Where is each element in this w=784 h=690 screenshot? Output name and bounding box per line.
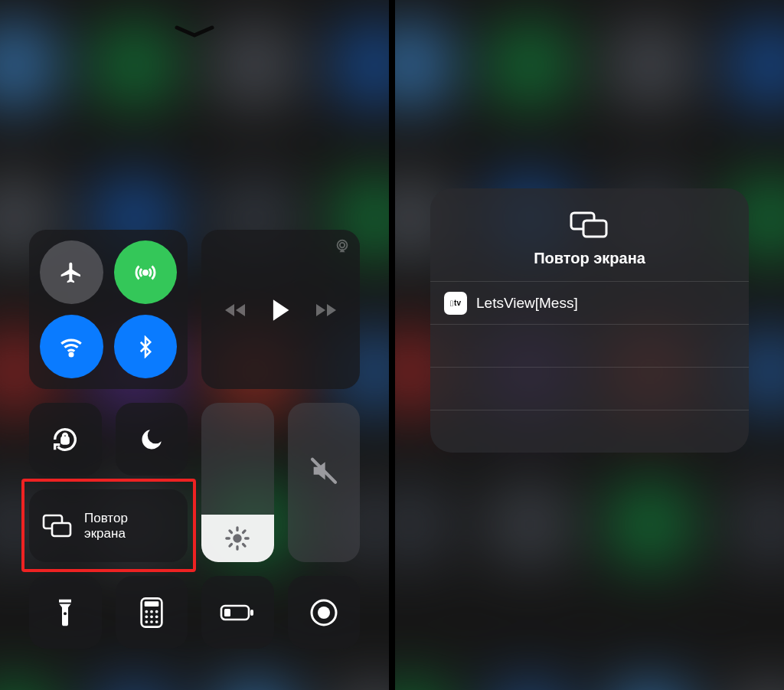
sheet-title: Повтор экрана — [534, 250, 645, 267]
screen-mirroring-icon — [568, 210, 611, 240]
apple-tv-badge-icon: tv — [444, 292, 467, 315]
volume-slider[interactable] — [288, 403, 361, 562]
device-name: LetsView[Mess] — [476, 295, 578, 312]
control-center-grid: Повтор экрана — [29, 230, 360, 649]
cellular-data-toggle[interactable] — [114, 240, 178, 304]
screen-mirroring-label: Повтор экрана — [84, 511, 128, 541]
svg-point-1 — [70, 352, 73, 355]
svg-rect-23 — [224, 609, 230, 616]
empty-row — [430, 367, 749, 410]
calculator-icon — [140, 597, 163, 628]
wifi-icon — [58, 334, 84, 360]
bluetooth-icon — [134, 335, 157, 358]
svg-point-19 — [150, 620, 153, 623]
low-power-mode-button[interactable] — [201, 576, 274, 649]
rewind-icon — [224, 301, 247, 319]
forward-icon — [315, 301, 338, 319]
battery-icon — [220, 603, 255, 622]
airplay-icon — [334, 237, 351, 257]
moon-icon — [139, 427, 165, 453]
svg-point-18 — [145, 620, 148, 623]
control-center-screen: Повтор экрана — [0, 0, 389, 690]
screen-mirroring-sheet: Повтор экрана tv LetsView[Mess] — [430, 188, 749, 453]
svg-point-0 — [143, 270, 147, 274]
record-icon — [309, 597, 339, 628]
airplane-mode-toggle[interactable] — [40, 240, 103, 304]
brightness-icon — [224, 525, 250, 551]
connectivity-module[interactable] — [29, 230, 188, 389]
flashlight-button[interactable] — [29, 576, 102, 649]
flashlight-icon — [57, 597, 74, 628]
svg-rect-9 — [59, 602, 71, 603]
rewind-button[interactable] — [224, 301, 247, 322]
airplane-icon — [59, 260, 83, 285]
empty-row — [430, 324, 749, 367]
sheet-header: Повтор экрана — [430, 188, 749, 281]
svg-rect-4 — [62, 437, 68, 443]
svg-point-13 — [150, 610, 153, 613]
play-button[interactable] — [270, 298, 291, 325]
svg-point-16 — [150, 615, 153, 618]
svg-point-20 — [155, 620, 158, 623]
screen-mirroring-sheet-screen: Повтор экрана tv LetsView[Mess] — [395, 0, 784, 690]
screen-mirroring-icon — [41, 513, 74, 539]
wifi-toggle[interactable] — [40, 315, 103, 378]
svg-point-8 — [64, 612, 67, 615]
device-row[interactable]: tv LetsView[Mess] — [430, 281, 749, 324]
svg-rect-27 — [583, 221, 606, 237]
bluetooth-toggle[interactable] — [114, 315, 178, 378]
forward-button[interactable] — [315, 301, 338, 322]
svg-rect-11 — [144, 601, 158, 607]
svg-rect-7 — [52, 523, 70, 536]
svg-point-14 — [155, 610, 158, 613]
brightness-slider[interactable] — [201, 403, 274, 562]
chevron-down-icon[interactable] — [174, 25, 215, 41]
svg-point-5 — [234, 534, 242, 542]
volume-mute-icon — [309, 456, 339, 486]
svg-point-15 — [145, 615, 148, 618]
rotation-lock-icon — [50, 424, 80, 455]
cellular-icon — [132, 260, 158, 286]
rotation-lock-toggle[interactable] — [29, 403, 102, 476]
play-icon — [270, 298, 291, 322]
media-module[interactable] — [201, 230, 360, 389]
svg-point-3 — [340, 243, 345, 247]
svg-rect-22 — [250, 610, 253, 616]
svg-point-2 — [338, 240, 348, 250]
screen-mirroring-button[interactable]: Повтор экрана — [29, 489, 188, 562]
do-not-disturb-toggle[interactable] — [116, 403, 188, 476]
empty-row — [430, 410, 749, 453]
svg-point-12 — [145, 610, 148, 613]
svg-point-17 — [155, 615, 158, 618]
calculator-button[interactable] — [116, 576, 188, 649]
screen-record-button[interactable] — [288, 576, 361, 649]
svg-point-25 — [318, 607, 330, 619]
